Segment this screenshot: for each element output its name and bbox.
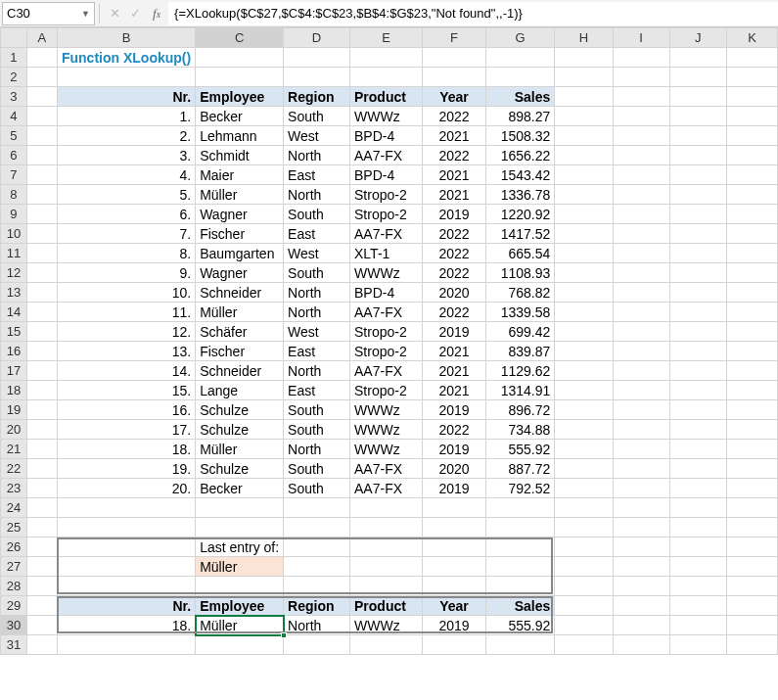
table-cell[interactable]: 2020: [422, 459, 485, 479]
cell-K31[interactable]: [727, 635, 778, 655]
table-cell[interactable]: AA7-FX: [350, 303, 423, 322]
row-header-26[interactable]: 26: [1, 537, 27, 557]
cell-F2[interactable]: [422, 68, 485, 87]
table-cell[interactable]: Stropo-2: [350, 205, 423, 224]
table-cell[interactable]: Müller: [196, 185, 284, 205]
spreadsheet-grid[interactable]: ABCDEFGHIJK1Function XLookup()23Nr.Emplo…: [0, 27, 778, 700]
cell-J10[interactable]: [669, 224, 727, 244]
cell-K20[interactable]: [727, 420, 778, 440]
cell-J23[interactable]: [669, 479, 727, 498]
confirm-icon[interactable]: ✓: [130, 6, 141, 21]
col-header-A[interactable]: A: [26, 28, 57, 48]
row-header-30[interactable]: 30: [1, 616, 27, 635]
cell-A12[interactable]: [26, 263, 57, 283]
cell-J24[interactable]: [669, 498, 727, 518]
table-cell[interactable]: 2022: [422, 263, 485, 283]
table-cell[interactable]: 2022: [422, 224, 485, 244]
cell-A1[interactable]: [26, 48, 57, 68]
table-cell[interactable]: AA7-FX: [350, 224, 423, 244]
cell-I14[interactable]: [613, 303, 669, 322]
cell-G24[interactable]: [486, 498, 555, 518]
table-cell[interactable]: 665.54: [486, 244, 555, 263]
row-header-5[interactable]: 5: [1, 126, 27, 146]
cell-G26[interactable]: [486, 537, 555, 557]
table-cell[interactable]: WWWz: [350, 440, 423, 459]
cell-H8[interactable]: [555, 185, 613, 205]
name-box[interactable]: C30 ▼: [2, 2, 95, 25]
row-header-6[interactable]: 6: [1, 146, 27, 165]
cell-F25[interactable]: [422, 518, 485, 537]
row-header-4[interactable]: 4: [1, 107, 27, 126]
result-cell[interactable]: 18.: [57, 616, 195, 635]
cancel-icon[interactable]: ✕: [110, 6, 120, 21]
table-cell[interactable]: Stropo-2: [350, 381, 423, 400]
cell-K2[interactable]: [727, 68, 778, 87]
cell-K23[interactable]: [727, 479, 778, 498]
cell-A7[interactable]: [26, 165, 57, 185]
row-header-21[interactable]: 21: [1, 440, 27, 459]
cell-B24[interactable]: [57, 498, 195, 518]
cell-J29[interactable]: [669, 596, 727, 616]
cell-K22[interactable]: [727, 459, 778, 479]
cell-F24[interactable]: [422, 498, 485, 518]
lookup-value[interactable]: Müller: [196, 557, 284, 577]
cell-I5[interactable]: [613, 126, 669, 146]
table-cell[interactable]: Schneider: [196, 283, 284, 303]
cell-A8[interactable]: [26, 185, 57, 205]
cell-H28[interactable]: [555, 577, 613, 596]
cell-J11[interactable]: [669, 244, 727, 263]
cell-E27[interactable]: [350, 557, 423, 577]
cell-J28[interactable]: [669, 577, 727, 596]
cell-H25[interactable]: [555, 518, 613, 537]
cell-I7[interactable]: [613, 165, 669, 185]
cell-J25[interactable]: [669, 518, 727, 537]
cell-K1[interactable]: [727, 48, 778, 68]
cell-F31[interactable]: [422, 635, 485, 655]
row-header-3[interactable]: 3: [1, 87, 27, 107]
table-cell[interactable]: 1.: [57, 107, 195, 126]
select-all-corner[interactable]: [1, 28, 27, 48]
table-cell[interactable]: 2019: [422, 400, 485, 420]
cell-A4[interactable]: [26, 107, 57, 126]
table-cell[interactable]: 792.52: [486, 479, 555, 498]
table-cell[interactable]: 9.: [57, 263, 195, 283]
cell-E2[interactable]: [350, 68, 423, 87]
cell-K19[interactable]: [727, 400, 778, 420]
cell-K5[interactable]: [727, 126, 778, 146]
table-cell[interactable]: Wagner: [196, 263, 284, 283]
table-cell[interactable]: 8.: [57, 244, 195, 263]
table-cell[interactable]: North: [284, 440, 350, 459]
row-header-14[interactable]: 14: [1, 303, 27, 322]
table-cell[interactable]: Fischer: [196, 342, 284, 361]
cell-J12[interactable]: [669, 263, 727, 283]
cell-G31[interactable]: [486, 635, 555, 655]
table-cell[interactable]: Baumgarten: [196, 244, 284, 263]
row-header-28[interactable]: 28: [1, 577, 27, 596]
table-cell[interactable]: 2019: [422, 479, 485, 498]
cell-G27[interactable]: [486, 557, 555, 577]
table-cell[interactable]: 1417.52: [486, 224, 555, 244]
cell-F1[interactable]: [422, 48, 485, 68]
cell-J1[interactable]: [669, 48, 727, 68]
cell-K17[interactable]: [727, 361, 778, 381]
table-cell[interactable]: 2020: [422, 283, 485, 303]
cell-D25[interactable]: [284, 518, 350, 537]
cell-H21[interactable]: [555, 440, 613, 459]
table-cell[interactable]: 887.72: [486, 459, 555, 479]
cell-I17[interactable]: [613, 361, 669, 381]
table-cell[interactable]: 5.: [57, 185, 195, 205]
table-cell[interactable]: 1508.32: [486, 126, 555, 146]
table-cell[interactable]: Schmidt: [196, 146, 284, 165]
cell-K25[interactable]: [727, 518, 778, 537]
table-cell[interactable]: Stropo-2: [350, 185, 423, 205]
table-cell[interactable]: Müller: [196, 303, 284, 322]
table-cell[interactable]: WWWz: [350, 400, 423, 420]
cell-K18[interactable]: [727, 381, 778, 400]
table-cell[interactable]: 15.: [57, 381, 195, 400]
table-cell[interactable]: 1129.62: [486, 361, 555, 381]
cell-H22[interactable]: [555, 459, 613, 479]
col-header-J[interactable]: J: [669, 28, 727, 48]
table-cell[interactable]: 12.: [57, 322, 195, 342]
table-cell[interactable]: Fischer: [196, 224, 284, 244]
table-cell[interactable]: East: [284, 224, 350, 244]
